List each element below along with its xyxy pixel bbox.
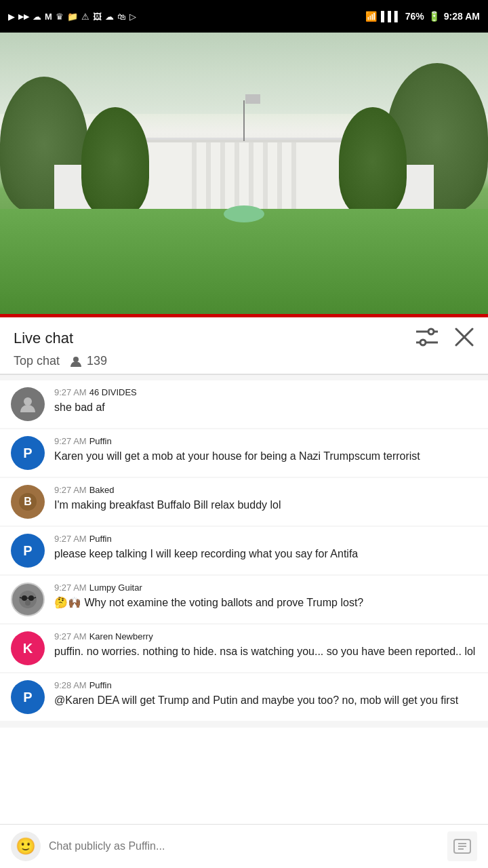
svg-point-16 [25, 600, 30, 606]
time-display: 9:28 AM [444, 11, 480, 22]
viewer-count: 139 [87, 354, 107, 368]
chat-header-icons [416, 327, 474, 350]
wh-columns [125, 140, 364, 212]
status-bar-left: ▶ ▶▶ ☁ M ♛ 📁 ⚠ 🖼 ☁ 🛍 ▷ [8, 12, 136, 22]
message-meta: 9:27 AMPuffin [54, 436, 477, 446]
avatar: K [11, 631, 45, 665]
message-username: Puffin [89, 436, 112, 446]
emoji-icon: 🙂 [16, 837, 36, 856]
cloud-icon: ☁ [33, 12, 41, 22]
svg-point-7 [24, 397, 32, 406]
avatar [11, 583, 45, 616]
tree-inner-right [339, 107, 407, 216]
wh-column [192, 140, 197, 212]
message-username: Puffin [89, 534, 112, 544]
svg-point-12 [28, 595, 34, 601]
status-bar: ▶ ▶▶ ☁ M ♛ 📁 ⚠ 🖼 ☁ 🛍 ▷ 📶 ▌▌▌ 76% 🔋 9:28 … [0, 0, 488, 33]
message-row: K9:27 AMKaren Newberrypuffin. no worries… [0, 625, 488, 672]
person-icon [69, 355, 83, 368]
message-meta: 9:27 AMLumpy Guitar [54, 583, 477, 593]
message-text: please keep talking I will keep recordin… [54, 546, 477, 561]
wh-column [249, 140, 253, 212]
battery-percent: 76% [405, 11, 424, 22]
message-username: Puffin [89, 680, 112, 690]
chat-header: Live chat Top chat [0, 317, 488, 374]
play-icon: ▷ [129, 12, 136, 22]
tree-inner-left [81, 107, 149, 216]
message-content: 9:27 AMPuffinKaren you will get a mob at… [54, 436, 477, 464]
svg-text:B: B [24, 496, 32, 507]
wh-column [220, 140, 225, 212]
message-content: 9:28 AMPuffin@Karen DEA will get Trump a… [54, 680, 477, 708]
image-icon: 🖼 [93, 12, 102, 22]
message-text: puffin. no worries. nothing to hide. nsa… [54, 644, 477, 659]
m-icon: M [45, 12, 52, 22]
video-player[interactable] [0, 33, 488, 317]
message-row: P9:27 AMPuffinplease keep talking I will… [0, 527, 488, 574]
chat-input[interactable] [49, 836, 439, 856]
lawn [0, 209, 488, 317]
message-text: I'm making breakfast Buffalo Bill relax … [54, 497, 477, 513]
yt2-icon: ▶▶ [18, 12, 29, 21]
chat-title-row: Live chat [14, 327, 474, 350]
bag-icon: 🛍 [117, 12, 126, 22]
message-meta: 9:27 AM46 DIVIDES [54, 387, 477, 397]
send-button[interactable] [447, 831, 477, 861]
input-bar-spacer [0, 728, 488, 775]
wh-column [235, 140, 239, 212]
svg-point-6 [73, 357, 79, 362]
emoji-button[interactable]: 🙂 [11, 831, 41, 861]
message-username: Baked [89, 485, 115, 495]
wh-column [263, 140, 268, 212]
message-meta: 9:27 AMPuffin [54, 534, 477, 544]
message-row: B9:27 AMBakedI'm making breakfast Buffal… [0, 478, 488, 526]
message-time: 9:27 AM [54, 436, 87, 446]
close-icon [454, 327, 474, 347]
yt-icon: ▶ [8, 12, 15, 22]
message-meta: 9:27 AMBaked [54, 485, 477, 495]
close-button[interactable] [454, 327, 474, 350]
status-bar-right: 📶 ▌▌▌ 76% 🔋 9:28 AM [365, 11, 480, 22]
signal-icon: ▌▌▌ [381, 11, 401, 22]
message-time: 9:27 AM [54, 534, 87, 544]
video-progress-bar[interactable] [0, 314, 488, 317]
wifi-icon: 📶 [365, 11, 377, 22]
battery-icon: 🔋 [428, 11, 440, 22]
filter-button[interactable] [416, 328, 438, 349]
avatar: B [11, 485, 45, 519]
svg-point-11 [22, 595, 27, 601]
message-row: P9:27 AMPuffinKaren you will get a mob a… [0, 429, 488, 477]
message-content: 9:27 AMPuffinplease keep talking I will … [54, 534, 477, 561]
chat-input-bar: 🙂 [0, 824, 488, 868]
folder-icon: 📁 [67, 12, 78, 22]
message-username: 46 DIVIDES [89, 387, 137, 397]
svg-point-1 [428, 329, 434, 334]
message-content: 9:27 AM46 DIVIDESshe bad af [54, 387, 477, 415]
message-time: 9:27 AM [54, 387, 87, 397]
message-row: 9:27 AM46 DIVIDESshe bad af [0, 380, 488, 428]
message-username: Lumpy Guitar [89, 583, 142, 593]
message-time: 9:27 AM [54, 583, 87, 593]
message-content: 9:27 AMLumpy Guitar🤔🙌🏾 Why not examine t… [54, 583, 477, 610]
message-text: @Karen DEA will get Trump and Putin and … [54, 692, 477, 708]
svg-line-14 [34, 597, 36, 598]
message-row: 9:27 AMLumpy Guitar🤔🙌🏾 Why not examine t… [0, 576, 488, 623]
filter-icon [416, 328, 438, 347]
message-text: she bad af [54, 399, 477, 415]
svg-point-10 [19, 591, 37, 608]
svg-point-3 [420, 340, 426, 345]
wh-column [291, 140, 296, 212]
top-chat-label[interactable]: Top chat [14, 354, 60, 368]
message-content: 9:27 AMBakedI'm making breakfast Buffalo… [54, 485, 477, 513]
avatar: P [11, 534, 45, 568]
message-meta: 9:27 AMKaren Newberry [54, 631, 477, 642]
svg-line-13 [20, 597, 22, 598]
message-time: 9:28 AM [54, 680, 87, 690]
avatar: P [11, 436, 45, 470]
flag [245, 94, 260, 104]
crown-icon: ♛ [56, 12, 64, 22]
message-content: 9:27 AMKaren Newberrypuffin. no worries.… [54, 631, 477, 659]
message-row: P9:28 AMPuffin@Karen DEA will get Trump … [0, 673, 488, 721]
avatar: P [11, 680, 45, 714]
message-username: Karen Newberry [89, 631, 153, 642]
